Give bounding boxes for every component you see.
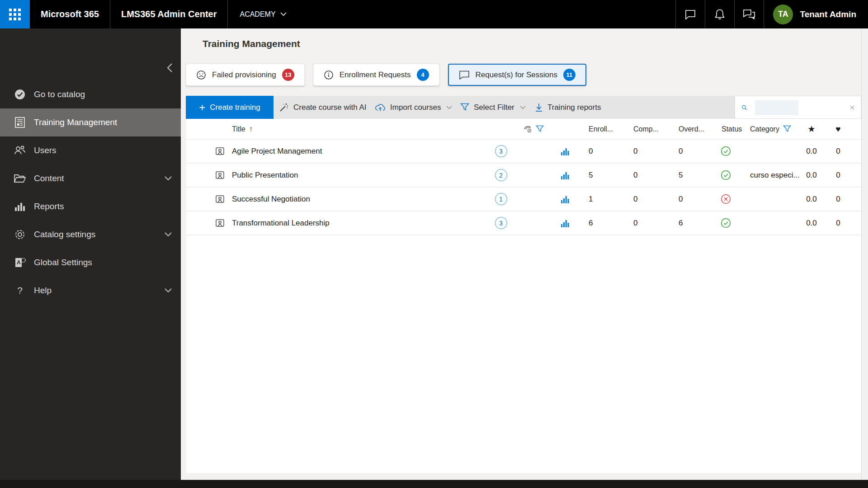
chat-button[interactable] — [676, 0, 705, 28]
sidebar-item-label: Go to catalog — [34, 89, 85, 99]
category-value — [750, 188, 803, 211]
page-title: Training Management — [203, 38, 300, 49]
sidebar-item-go-to-catalog[interactable]: Go to catalog — [0, 80, 181, 108]
rating-value: 0.0 — [802, 140, 821, 163]
table-row[interactable]: Public Presentation 2 5 0 5 curso especi… — [186, 164, 861, 188]
training-reports-button[interactable]: Training reports — [535, 96, 601, 119]
table-row[interactable]: Transformational Leadership 3 6 0 6 0.0 … — [186, 211, 861, 235]
sessions-count-badge[interactable]: 2 — [495, 169, 507, 181]
tab-count-badge: 4 — [417, 69, 429, 81]
statistics-icon[interactable] — [560, 211, 571, 235]
tab-failed-provisioning[interactable]: Failed provisioning 13 — [186, 64, 305, 86]
likes-value: 0 — [829, 140, 848, 163]
training-title-link[interactable]: Transformational Leadership — [232, 211, 330, 235]
visibility-off-icon[interactable] — [524, 125, 533, 133]
sidebar-item-content[interactable]: Content — [0, 164, 181, 192]
column-header-rating: ★ — [802, 119, 821, 139]
create-training-label: Create training — [210, 103, 260, 112]
enrolled-count: 0 — [589, 140, 593, 163]
training-title-link[interactable]: Agile Project Management — [232, 140, 322, 163]
create-course-with-ai-button[interactable]: Create course with AI — [279, 96, 367, 119]
column-header-overdue[interactable]: Overd... — [679, 119, 704, 139]
tab-enrollment-requests[interactable]: Enrollment Requests 4 — [313, 64, 439, 86]
tab-requests-for-sessions[interactable]: Request(s) for Sessions 11 — [448, 64, 586, 86]
sessions-count-badge[interactable]: 3 — [495, 217, 507, 229]
catalog-check-icon — [14, 89, 26, 100]
training-title-link[interactable]: Successful Negotiation — [232, 188, 310, 211]
sidebar-item-global-settings[interactable]: A Global Settings — [0, 249, 181, 277]
chevron-down-icon — [165, 232, 172, 237]
status-failed-icon — [721, 194, 731, 204]
select-filter-button[interactable]: Select Filter — [460, 96, 526, 119]
queue-tabs: Failed provisioning 13 Enrollment Reques… — [186, 64, 586, 86]
course-badge-icon — [215, 140, 225, 163]
search-box — [735, 96, 861, 119]
sidebar-collapse-button[interactable] — [165, 61, 175, 75]
sidebar-item-help[interactable]: ? Help — [0, 277, 181, 305]
column-header-completed[interactable]: Comp... — [633, 119, 659, 139]
sidebar-item-label: Global Settings — [34, 258, 92, 267]
create-training-button[interactable]: + Create training — [186, 96, 274, 119]
search-input[interactable] — [752, 103, 845, 112]
star-icon[interactable]: ★ — [807, 124, 815, 134]
status-badge — [721, 211, 731, 235]
sessions-count-badge[interactable]: 1 — [495, 193, 507, 205]
tenant-menu[interactable]: ACADEMY — [228, 0, 298, 28]
category-value: curso especi... — [750, 164, 803, 187]
column-header-title[interactable]: Title ↑ — [232, 119, 253, 139]
column-header-likes: ♥ — [829, 119, 848, 139]
tab-label: Request(s) for Sessions — [476, 70, 557, 80]
completed-count: 0 — [633, 140, 637, 163]
table-header-row: Title ↑ Enroll... Comp... Overd... Statu… — [186, 119, 861, 140]
svg-text:A: A — [17, 259, 21, 266]
clear-search-icon[interactable] — [850, 103, 854, 112]
chat-bubble-icon — [459, 70, 470, 80]
column-header-sessions — [524, 119, 544, 139]
training-reports-label: Training reports — [547, 103, 601, 112]
training-table: Title ↑ Enroll... Comp... Overd... Statu… — [186, 119, 861, 473]
magic-wand-icon — [279, 103, 289, 113]
sidebar-item-label: Help — [34, 286, 52, 296]
table-row[interactable]: Agile Project Management 3 0 0 0 0.0 0 — [186, 140, 861, 164]
likes-value: 0 — [829, 188, 848, 211]
likes-value: 0 — [829, 211, 848, 235]
sidebar-item-catalog-settings[interactable]: Catalog settings — [0, 221, 181, 249]
sidebar-item-label: Content — [34, 174, 64, 183]
feedback-button[interactable] — [735, 0, 764, 28]
app-launcher-button[interactable] — [0, 0, 30, 28]
sidebar-item-label: Training Management — [34, 117, 117, 127]
sidebar-item-reports[interactable]: Reports — [0, 192, 181, 221]
table-row[interactable]: Successful Negotiation 1 1 0 0 0.0 0 — [186, 188, 861, 211]
category-filter-icon[interactable] — [783, 125, 791, 133]
column-header-category[interactable]: Category — [750, 119, 791, 139]
completed-count: 0 — [633, 211, 637, 235]
gear-icon — [14, 229, 26, 240]
bottom-bar — [0, 480, 868, 488]
vertical-scrollbar[interactable] — [861, 28, 868, 480]
heart-icon[interactable]: ♥ — [835, 124, 840, 134]
sidebar-item-users[interactable]: Users — [0, 136, 181, 164]
statistics-icon[interactable] — [560, 164, 571, 187]
statistics-icon[interactable] — [560, 188, 571, 211]
column-header-status[interactable]: Status — [722, 119, 742, 139]
completed-count: 0 — [633, 188, 637, 211]
chevron-down-icon — [520, 106, 526, 109]
product-name[interactable]: Microsoft 365 — [30, 0, 110, 28]
filter-icon — [460, 103, 469, 112]
chevron-down-icon — [165, 288, 172, 293]
sessions-filter-icon[interactable] — [536, 125, 544, 133]
sessions-count-badge[interactable]: 3 — [495, 145, 507, 157]
top-bar: Microsoft 365 LMS365 Admin Center ACADEM… — [0, 0, 868, 28]
column-header-enrolled[interactable]: Enroll... — [589, 119, 613, 139]
chevron-down-icon — [280, 12, 287, 16]
training-title-link[interactable]: Public Presentation — [232, 164, 298, 187]
notifications-button[interactable] — [705, 0, 734, 28]
app-title[interactable]: LMS365 Admin Center — [110, 0, 228, 28]
training-document-icon — [14, 117, 26, 128]
import-courses-button[interactable]: Import courses — [375, 96, 452, 119]
account-menu[interactable]: TA Tenant Admin — [764, 0, 868, 28]
feedback-icon — [743, 9, 755, 20]
statistics-icon[interactable] — [560, 140, 571, 163]
sidebar-item-training-management[interactable]: Training Management — [0, 108, 181, 136]
search-icon — [741, 103, 747, 113]
